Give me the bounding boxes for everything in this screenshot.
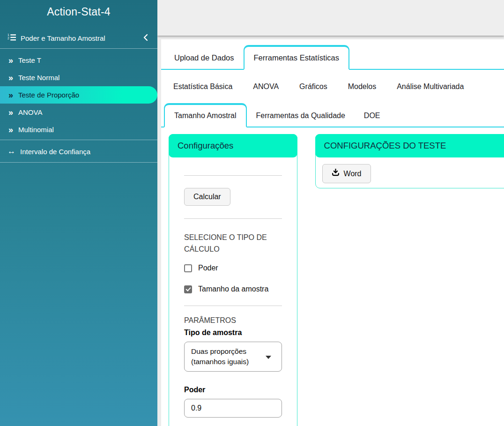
double-chevron-icon: »: [8, 126, 13, 134]
sidebar-item-multinomial[interactable]: » Multinomial: [0, 121, 157, 138]
tab-graficos[interactable]: Gráficos: [299, 82, 327, 91]
double-chevron-icon: »: [8, 91, 13, 99]
chevron-left-icon[interactable]: [142, 34, 149, 43]
calc-type-heading: SELECIONE O TIPO DE CÁLCULO: [184, 232, 282, 255]
tamanho-da-amostra-checkbox[interactable]: [184, 285, 192, 293]
tab-doe[interactable]: DOE: [355, 105, 390, 127]
tab-ferramentas-estatisticas[interactable]: Ferramentas Estatísticas: [244, 45, 349, 70]
sidebar-group-label: Poder e Tamanho Amostral: [21, 34, 105, 42]
download-icon: [332, 169, 340, 179]
configuracoes-panel-body: Calcular SELECIONE O TIPO DE CÁLCULO Pod…: [169, 175, 297, 418]
sidebar-item-teste-normal[interactable]: » Teste Normal: [0, 69, 157, 86]
top-bar: [157, 0, 504, 36]
sidebar-item-label: Multinomial: [18, 126, 54, 134]
tabs-level-1: Upload de Dados Ferramentas Estatísticas: [161, 45, 504, 70]
tab-tamanho-amostral[interactable]: Tamanho Amostral: [164, 103, 247, 127]
sidebar-item-anova[interactable]: » ANOVA: [0, 104, 157, 121]
double-chevron-icon: »: [8, 56, 13, 65]
sidebar-item-label: ANOVA: [18, 108, 42, 116]
sidebar-nav: » Teste T » Teste Normal » Teste de Prop…: [0, 52, 157, 138]
calcular-button[interactable]: Calcular: [184, 188, 230, 206]
sidebar-item-label: Teste T: [18, 56, 41, 64]
select-value: Duas proporções (tamanhos iguais): [191, 346, 262, 367]
checkbox-row-tamanho-da-amostra[interactable]: Tamanho da amostra: [184, 285, 282, 293]
sidebar-item-label: Teste de Proporção: [18, 91, 79, 99]
word-export-button[interactable]: Word: [322, 164, 371, 183]
tab-estatistica-basica[interactable]: Estatística Básica: [173, 82, 232, 91]
sidebar-item-label: Teste Normal: [18, 74, 59, 82]
divider: [184, 306, 282, 306]
tipo-de-amostra-label: Tipo de amostra: [184, 329, 282, 337]
tipo-de-amostra-select[interactable]: Duas proporções (tamanhos iguais): [184, 342, 282, 372]
double-chevron-icon: »: [8, 108, 13, 117]
sidebar-item-teste-de-proporcao[interactable]: » Teste de Proporção: [0, 86, 157, 104]
tabs-level-3: Tamanho Amostral Ferramentas da Qualidad…: [161, 103, 504, 127]
configuracoes-panel-header: Configurações: [169, 134, 297, 157]
configuracoes-panel: Configurações Calcular SELECIONE O TIPO …: [169, 134, 297, 426]
tabs-level-2: Estatística Básica ANOVA Gráficos Modelo…: [161, 70, 504, 91]
panels-row: Configurações Calcular SELECIONE O TIPO …: [161, 134, 504, 426]
test-panel-body: Word: [316, 157, 504, 190]
parametros-heading: PARÂMETROS: [184, 316, 282, 325]
sidebar-item-intervalo-de-confianca[interactable]: ↔ Intervalo de Confiança: [0, 140, 157, 163]
tab-upload-de-dados[interactable]: Upload de Dados: [165, 47, 244, 69]
checkbox-row-poder[interactable]: Poder: [184, 264, 282, 272]
poder-checkbox[interactable]: [184, 264, 192, 272]
panel-title: Configurações: [178, 141, 233, 151]
tab-modelos[interactable]: Modelos: [348, 82, 376, 91]
content-card: Upload de Dados Ferramentas Estatísticas…: [161, 39, 504, 426]
sidebar-group-poder-tamanho-amostral[interactable]: 1 2 Poder e Tamanho Amostral: [0, 28, 157, 49]
svg-text:2: 2: [7, 37, 9, 40]
checkbox-label: Poder: [198, 264, 218, 272]
poder-input[interactable]: 0.9: [184, 399, 282, 418]
checkbox-label: Tamanho da amostra: [198, 285, 268, 293]
panel-title: CONFIGURAÇÕES DO TESTE: [324, 141, 446, 151]
left-right-arrow-icon: ↔: [7, 147, 15, 156]
configuracoes-do-teste-panel: CONFIGURAÇÕES DO TESTE Word: [315, 134, 504, 188]
poder-label: Poder: [184, 386, 282, 394]
double-chevron-icon: »: [8, 74, 13, 82]
chevron-down-icon: [266, 356, 271, 359]
configuracoes-do-teste-header: CONFIGURAÇÕES DO TESTE: [315, 134, 504, 157]
tab-anova[interactable]: ANOVA: [253, 82, 279, 91]
app-title: Action-Stat-4: [0, 0, 157, 28]
sidebar-item-label: Intervalo de Confiança: [20, 148, 90, 156]
ordered-list-icon: 1 2: [7, 33, 16, 43]
divider: [184, 175, 282, 176]
tab-ferramentas-da-qualidade[interactable]: Ferramentas da Qualidade: [247, 105, 355, 127]
sidebar-item-teste-t[interactable]: » Teste T: [0, 52, 157, 69]
divider: [184, 218, 282, 219]
tab-analise-multivariada[interactable]: Análise Multivariada: [397, 82, 464, 91]
word-button-label: Word: [344, 170, 362, 178]
sidebar: Action-Stat-4 1 2 Poder e Tamanho Amostr…: [0, 0, 157, 426]
main-area: Upload de Dados Ferramentas Estatísticas…: [157, 0, 504, 426]
